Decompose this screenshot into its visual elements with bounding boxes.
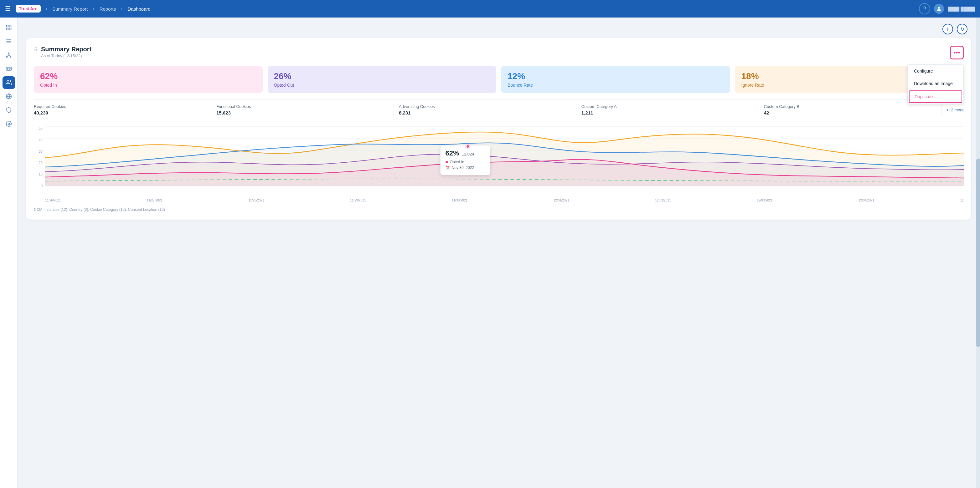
user-avatar[interactable]	[934, 4, 944, 14]
y-label-10: 10	[39, 173, 43, 176]
cookie-col-category-b: Custom Category B 42	[759, 104, 942, 116]
main-content: + ↻ ⠿ Summary Report As of Today (12/15/…	[18, 17, 980, 488]
custom-b-value: 42	[764, 110, 936, 116]
functional-cookies-value: 15,623	[216, 110, 388, 116]
breadcrumb-dashboard[interactable]: Dashboard	[127, 6, 150, 11]
advertising-cookies-label: Advertising Cookies	[399, 104, 571, 109]
more-categories-link[interactable]: +12 more	[942, 108, 964, 112]
svg-rect-1	[9, 25, 11, 27]
chart-cursor-dot	[466, 144, 470, 148]
y-label-0: 0	[41, 184, 43, 188]
tooltip-percent: 62%	[445, 149, 459, 157]
svg-point-14	[7, 68, 8, 69]
x-label-1201: 12/01/2021	[554, 199, 569, 202]
three-dots-icon: •••	[953, 49, 960, 56]
help-button[interactable]: ?	[919, 3, 930, 14]
functional-cookies-label: Functional Cookies	[216, 104, 388, 109]
drag-handle-icon[interactable]: ⠿	[34, 46, 38, 53]
card-menu-container: ••• Configure Download as Image Duplicat…	[950, 46, 964, 59]
tooltip-label: Opted In	[450, 160, 465, 164]
x-label-1127: 11/27/2021	[147, 199, 162, 202]
logo-arc: Arc	[30, 6, 37, 11]
scroll-thumb[interactable]	[976, 158, 980, 347]
hamburger-menu-icon[interactable]: ☰	[5, 5, 11, 13]
chart-svg	[45, 127, 964, 186]
svg-rect-13	[6, 67, 11, 70]
breadcrumb-sep-1: ›	[46, 6, 47, 11]
svg-line-11	[7, 55, 9, 56]
svg-point-9	[10, 56, 11, 57]
cookie-col-required: Required Cookies 40,239	[34, 104, 212, 116]
svg-point-17	[7, 81, 9, 82]
y-label-20: 20	[39, 161, 43, 165]
add-widget-button[interactable]: +	[942, 24, 953, 35]
svg-point-7	[8, 53, 9, 54]
dropdown-configure[interactable]: Configure	[908, 65, 963, 77]
tooltip-date-text: Nov 30, 2022	[452, 165, 474, 170]
x-label-1128: 11/28/2021	[248, 199, 264, 202]
main-top-actions: + ↻	[24, 24, 974, 35]
logo-trust: Trust	[19, 6, 29, 11]
opted-in-label: Opted In	[40, 82, 256, 87]
svg-rect-3	[9, 28, 11, 30]
refresh-button[interactable]: ↻	[957, 24, 967, 35]
trustarc-logo[interactable]: TrustArc	[16, 5, 41, 13]
stat-card-bounce-rate: 12% Bounce Rate	[501, 66, 730, 93]
y-label-40: 40	[39, 138, 43, 142]
x-label-1204: 12/04/2021	[859, 199, 874, 202]
card-menu-button[interactable]: •••	[950, 46, 964, 59]
chart-x-labels: 11/26/2021 11/27/2021 11/28/2021 11/29/2…	[45, 199, 964, 202]
sidebar-item-network[interactable]	[3, 49, 15, 61]
dropdown-download[interactable]: Download as Image	[908, 77, 963, 90]
opted-out-value: 26%	[274, 71, 490, 81]
x-label-1130: 11/30/2021	[452, 199, 468, 202]
stat-card-opted-in: 62% Opted In	[34, 66, 262, 93]
sidebar-item-dashboard[interactable]	[3, 21, 15, 34]
x-label-1126: 11/26/2021	[45, 199, 61, 202]
opted-in-value: 62%	[40, 71, 256, 81]
sidebar-item-settings[interactable]	[3, 117, 15, 130]
card-title: Summary Report	[41, 46, 91, 53]
cookie-col-category-a: Custom Category A 1,211	[576, 104, 759, 116]
card-header: ⠿ Summary Report As of Today (12/15/22) …	[34, 46, 964, 59]
topnav-right-actions: ? ████ █████	[919, 3, 975, 14]
tooltip-dot-icon	[445, 161, 448, 163]
breadcrumb-reports[interactable]: Reports	[100, 6, 116, 11]
card-subtitle: As of Today (12/15/22)	[41, 54, 91, 58]
svg-point-20	[8, 123, 10, 125]
tooltip-count: 12,024	[462, 152, 474, 157]
y-label-50: 50	[39, 127, 43, 130]
advertising-cookies-value: 8,231	[399, 110, 571, 116]
sidebar-item-list[interactable]	[3, 35, 15, 48]
topnav: ☰ TrustArc › Summary Report › Reports › …	[0, 0, 980, 17]
svg-point-8	[6, 56, 7, 57]
sidebar-item-id-card[interactable]	[3, 63, 15, 75]
sidebar-item-globe[interactable]	[3, 90, 15, 103]
x-label-12: 12	[960, 199, 964, 202]
bounce-rate-value: 12%	[508, 71, 724, 81]
chart-footer: CCM Instances (12), Country (3), Cookie …	[34, 206, 964, 212]
breadcrumb-ccm[interactable]: Summary Report	[52, 6, 88, 11]
calendar-icon: 📅	[445, 166, 450, 170]
opted-out-label: Opted Out	[274, 82, 490, 87]
x-label-1129: 11/29/2021	[350, 199, 366, 202]
svg-line-12	[9, 55, 11, 56]
tooltip-opted-in: Opted In	[445, 160, 485, 164]
username-label[interactable]: ████ █████	[948, 6, 975, 11]
dropdown-duplicate[interactable]: Duplicate	[909, 90, 962, 103]
report-card: ⠿ Summary Report As of Today (12/15/22) …	[26, 38, 971, 220]
card-title-group: Summary Report As of Today (12/15/22)	[41, 46, 91, 58]
custom-a-value: 1,211	[581, 110, 754, 116]
sidebar-item-shield[interactable]	[3, 104, 15, 116]
chart-footer-text: CCM Instances (12), Country (3), Cookie …	[34, 208, 165, 212]
tooltip-main: 62% 12,024	[445, 149, 485, 157]
sidebar-item-users[interactable]	[3, 76, 15, 89]
chart-tooltip: 62% 12,024 Opted In 📅 Nov 30, 2022	[440, 145, 490, 175]
cookie-col-advertising: Advertising Cookies 8,231	[394, 104, 576, 116]
y-label-30: 30	[39, 149, 43, 153]
dropdown-menu: Configure Download as Image Duplicate	[907, 65, 964, 104]
breadcrumb-sep-2: ›	[93, 6, 94, 11]
scrollbar[interactable]	[976, 17, 980, 488]
breadcrumb-sep-3: ›	[121, 6, 123, 11]
chart-y-labels: 50 40 30 20 10 0	[34, 127, 44, 188]
